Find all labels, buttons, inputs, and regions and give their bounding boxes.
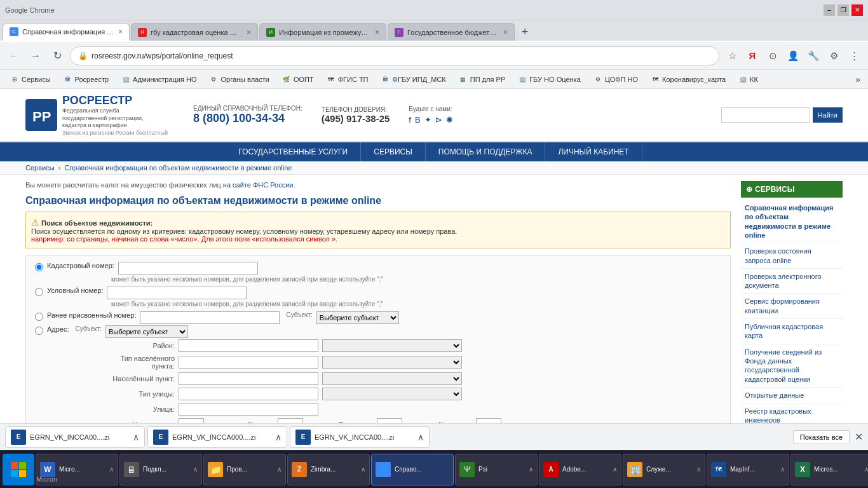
bookmark-power[interactable]: ⚙ Органы власти — [204, 72, 274, 86]
taskbar-psi[interactable]: Ψ Psi ∧ — [455, 454, 538, 485]
tab-3[interactable]: И Информация из промежуточн... × — [259, 23, 386, 41]
tab-close-4[interactable]: × — [503, 28, 508, 37]
settlement-type-input[interactable] — [179, 356, 318, 369]
psi-expand-icon[interactable]: ∧ — [529, 466, 533, 473]
prov-expand-icon[interactable]: ∧ — [277, 466, 281, 473]
taskbar-excel[interactable]: X Micros... ∧ — [790, 454, 868, 485]
reload-button[interactable]: ↻ — [48, 47, 66, 65]
new-tab-button[interactable]: + — [516, 23, 534, 41]
download-item-1[interactable]: E EGRN_VK_INCCA000....zi ∧ — [147, 426, 287, 448]
bookmark-admin[interactable]: 🏢 Администрация НО — [116, 72, 201, 86]
word-expand-icon[interactable]: ∧ — [109, 466, 114, 473]
sidebar-link-5[interactable]: Получение сведений из Фонда данных госуд… — [741, 344, 843, 388]
sidebar-link-7[interactable]: Реестр кадастровых инженеров — [741, 403, 843, 423]
rr-search-button[interactable]: Найти — [813, 107, 843, 123]
tax-link[interactable]: на сайте ФНС России — [223, 181, 294, 189]
bookmark-star-button[interactable]: ☆ — [723, 47, 741, 65]
mapinf-expand-icon[interactable]: ∧ — [780, 466, 785, 473]
twitter-icon[interactable]: ✦ — [424, 115, 431, 125]
taskbar-podkl[interactable]: 🖥 Подкл... ∧ — [119, 454, 202, 485]
conditional-input[interactable] — [107, 287, 247, 299]
extensions-button[interactable]: 🔧 — [804, 47, 822, 65]
settlement-type-select[interactable] — [322, 356, 462, 369]
bookmark-fgbu[interactable]: 🏛 ФГБУ ИПД_МСК — [376, 72, 451, 86]
url-bar[interactable]: 🔒 rosreestr.gov.ru/wps/portal/online_req… — [70, 46, 719, 65]
settlement-input[interactable] — [179, 372, 318, 385]
blogger-icon[interactable]: B — [415, 115, 421, 125]
page-scroll-container[interactable]: РР РОСРЕЕСТР Федеральная службагосударст… — [0, 89, 868, 423]
download-expand-0[interactable]: ∧ — [133, 432, 139, 442]
structure-input[interactable] — [377, 418, 402, 423]
nav-cabinet[interactable]: ЛИЧНЫЙ КАБИНЕТ — [545, 142, 642, 161]
excel-expand-icon[interactable]: ∧ — [864, 466, 868, 473]
region-input[interactable] — [179, 339, 318, 352]
profile-button[interactable]: ⚙ — [825, 47, 843, 65]
bookmark-rosreestr[interactable]: 🏛 Росреестр — [58, 72, 114, 86]
tab-1[interactable]: С Справочная информация по о... × — [3, 23, 130, 41]
close-downloads-button[interactable]: ✕ — [855, 431, 863, 443]
bookmark-fgis[interactable]: 🗺 ФГИС ТП — [322, 72, 374, 86]
conditional-radio[interactable] — [35, 288, 43, 296]
tab-4[interactable]: Г Государственное бюджетное у... × — [388, 23, 515, 41]
sidebar-link-6[interactable]: Открытые данные — [741, 388, 843, 403]
street-type-select[interactable] — [322, 388, 462, 400]
region-select[interactable] — [322, 339, 462, 352]
sluzhe-expand-icon[interactable]: ∧ — [696, 466, 701, 473]
house-number-input[interactable] — [179, 418, 204, 423]
taskbar-prov[interactable]: 📁 Пров... ∧ — [203, 454, 286, 485]
bookmark-gbu[interactable]: 🏢 ГБУ НО Оценка — [513, 72, 586, 86]
taskbar-zimbra[interactable]: Z Zimbra... ∧ — [287, 454, 370, 485]
yandex-icon-button[interactable]: Я — [743, 47, 761, 65]
sidebar-link-1[interactable]: Проверка состояния запроса online — [741, 243, 843, 269]
building-input[interactable] — [278, 418, 303, 423]
settlement-select[interactable] — [322, 372, 462, 385]
earlier-radio[interactable] — [35, 313, 43, 321]
street-input[interactable] — [179, 403, 318, 416]
sidebar-link-2[interactable]: Проверка электронного документа — [741, 269, 843, 294]
bookmark-pp[interactable]: ▦ ПП для РР — [454, 72, 510, 86]
bookmark-oopt[interactable]: 🌿 ООПТ — [277, 72, 319, 86]
rss-icon[interactable]: ✺ — [446, 115, 453, 125]
vk-icon[interactable]: ⊳ — [435, 115, 442, 125]
cadastral-radio[interactable] — [35, 263, 43, 271]
tab-close-3[interactable]: × — [375, 28, 379, 37]
show-all-button[interactable]: Показать все — [793, 430, 850, 444]
facebook-icon[interactable]: f — [409, 115, 411, 125]
breadcrumb-current[interactable]: Справочная информация по объектам недвиж… — [64, 164, 292, 172]
taskbar-mapinf[interactable]: 🗺 MapInf... ∧ — [707, 454, 789, 485]
back-button[interactable]: ← — [5, 47, 23, 65]
address-subject-select[interactable]: Выберите субъект — [105, 325, 188, 338]
bookmark-corona[interactable]: 🗺 Коронавирус_карта — [646, 72, 731, 86]
earlier-subject-select[interactable]: Выберите субъект — [316, 311, 399, 324]
sidebar-link-0[interactable]: Справочная информация по объектам недвиж… — [741, 200, 843, 243]
tab-close-2[interactable]: × — [247, 28, 251, 37]
forward-button[interactable]: → — [27, 47, 44, 65]
sidebar-link-4[interactable]: Публичная кадастровая карта — [741, 319, 843, 344]
street-type-input[interactable] — [179, 388, 318, 400]
download-item-2[interactable]: E EGRN_VK_INCCA00....zi ∧ — [290, 426, 430, 448]
zimbra-expand-icon[interactable]: ∧ — [361, 466, 365, 473]
tab-2[interactable]: Я гбу кадастровая оценка — Янд... × — [131, 23, 258, 41]
download-expand-2[interactable]: ∧ — [417, 432, 424, 442]
earlier-input[interactable] — [140, 311, 280, 324]
download-expand-1[interactable]: ∧ — [275, 432, 281, 442]
minimize-button[interactable]: – — [824, 4, 835, 16]
restore-button[interactable]: ❐ — [837, 4, 849, 16]
bookmark-services[interactable]: ⊞ Сервисы — [5, 72, 56, 86]
podkl-expand-icon[interactable]: ∧ — [193, 466, 198, 473]
download-item-0[interactable]: E EGRN_VK_INCCA00....zi ∧ — [5, 426, 145, 448]
address-radio[interactable] — [35, 327, 43, 335]
cadastral-input[interactable] — [118, 262, 258, 274]
rr-search-input[interactable] — [721, 107, 810, 123]
adobe-expand-icon[interactable]: ∧ — [613, 466, 617, 473]
account-button[interactable]: 👤 — [784, 47, 802, 65]
nav-help[interactable]: ПОМОЩЬ И ПОДДЕРЖКА — [426, 142, 546, 161]
bookmark-cofp[interactable]: ⚙ ЦОФП НО — [588, 72, 643, 86]
bookmarks-more-icon[interactable]: » — [853, 73, 863, 86]
taskbar-adobe[interactable]: A Adobe... ∧ — [539, 454, 621, 485]
user-icon-button[interactable]: ⊙ — [764, 47, 782, 65]
tab-close-1[interactable]: × — [118, 27, 123, 36]
nav-services[interactable]: СЕРВИСЫ — [361, 142, 426, 161]
taskbar-spravo[interactable]: 🌐 Справо... — [371, 454, 454, 485]
start-button[interactable] — [3, 454, 34, 485]
